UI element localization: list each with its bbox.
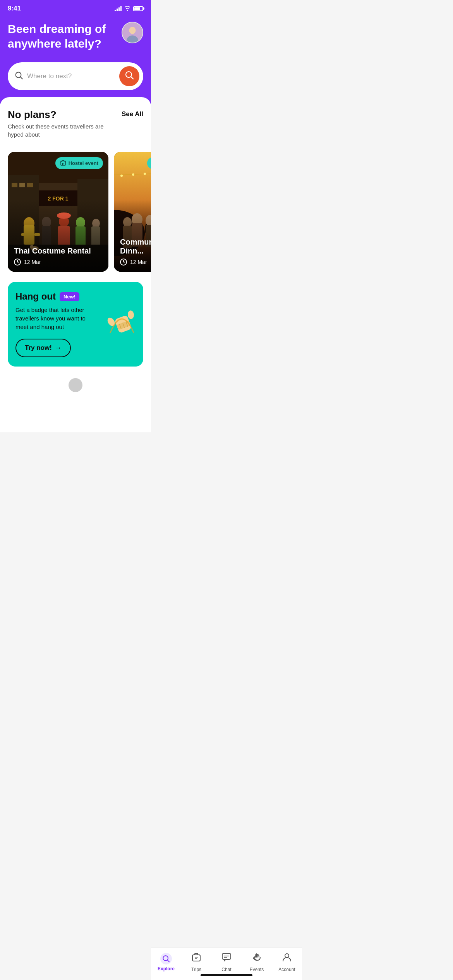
see-all-button[interactable]: See All bbox=[122, 109, 143, 118]
no-plans-title: No plans? bbox=[8, 109, 57, 121]
event-badge-1: Hostel event bbox=[55, 157, 103, 169]
scroll-indicator bbox=[0, 374, 151, 394]
event-card-2[interactable]: f... Communal Dinn... 12 Mar bbox=[114, 152, 151, 272]
search-bar[interactable]: Where to next? bbox=[8, 62, 143, 90]
event-card-date-1: 12 Mar bbox=[14, 259, 102, 266]
try-now-label: Try now! bbox=[25, 344, 52, 352]
status-time: 9:41 bbox=[8, 5, 21, 12]
svg-line-5 bbox=[21, 77, 22, 79]
search-placeholder: Where to next? bbox=[27, 72, 115, 80]
hangout-header: Hang out New! bbox=[15, 291, 97, 302]
try-now-arrow: → bbox=[55, 344, 62, 352]
hostel-icon bbox=[60, 159, 66, 167]
svg-point-57 bbox=[127, 310, 134, 319]
try-now-button[interactable]: Try now! → bbox=[15, 339, 71, 357]
hangout-section: Hang out New! Get a badge that lets othe… bbox=[8, 282, 143, 367]
event-card-date-2: 12 Mar bbox=[120, 259, 151, 266]
clock-icon-1 bbox=[14, 259, 21, 266]
event-card-bottom-2: Communal Dinn... 12 Mar bbox=[114, 231, 151, 272]
search-button[interactable] bbox=[119, 66, 139, 86]
svg-rect-35 bbox=[62, 163, 63, 165]
new-badge: New! bbox=[60, 292, 79, 301]
section-header: No plans? See All bbox=[8, 109, 143, 121]
avatar[interactable] bbox=[122, 22, 143, 43]
events-scroll[interactable]: 2 FOR 1 Hostel bbox=[0, 145, 151, 279]
event-card-title-1: Thai Costume Rental bbox=[14, 247, 102, 255]
status-bar: 9:41 bbox=[0, 0, 151, 15]
svg-rect-36 bbox=[63, 163, 64, 164]
shaka-hand-icon bbox=[105, 303, 139, 338]
no-plans-subtitle: Check out these events travellers are hy… bbox=[8, 122, 112, 139]
no-plans-section: No plans? See All Check out these events… bbox=[0, 97, 151, 145]
svg-point-56 bbox=[106, 316, 117, 327]
header: Been dreaming of anywhere lately? bbox=[0, 15, 151, 62]
hangout-content: Hang out New! Get a badge that lets othe… bbox=[15, 291, 97, 357]
event-date-2: 12 Mar bbox=[130, 259, 147, 265]
battery-icon bbox=[133, 6, 143, 11]
svg-line-7 bbox=[131, 77, 133, 79]
event-card-1[interactable]: 2 FOR 1 Hostel bbox=[8, 152, 108, 272]
svg-point-3 bbox=[129, 27, 136, 34]
event-card-title-2: Communal Dinn... bbox=[120, 238, 151, 255]
status-icons bbox=[115, 5, 143, 12]
search-button-icon bbox=[125, 70, 134, 82]
event-card-bottom-1: Thai Costume Rental 12 Mar bbox=[8, 240, 108, 272]
hangout-description: Get a badge that lets other travellers k… bbox=[15, 306, 97, 331]
scroll-dot bbox=[69, 378, 82, 392]
hangout-title: Hang out bbox=[15, 291, 56, 302]
wifi-icon bbox=[124, 5, 131, 12]
event-date-1: 12 Mar bbox=[24, 259, 41, 265]
search-icon-left bbox=[15, 71, 23, 82]
main-content: No plans? See All Check out these events… bbox=[0, 97, 151, 432]
clock-icon-2 bbox=[120, 259, 127, 266]
signal-bars-icon bbox=[115, 6, 122, 11]
event-badge-1-label: Hostel event bbox=[69, 160, 98, 166]
header-title: Been dreaming of anywhere lately? bbox=[8, 22, 108, 51]
